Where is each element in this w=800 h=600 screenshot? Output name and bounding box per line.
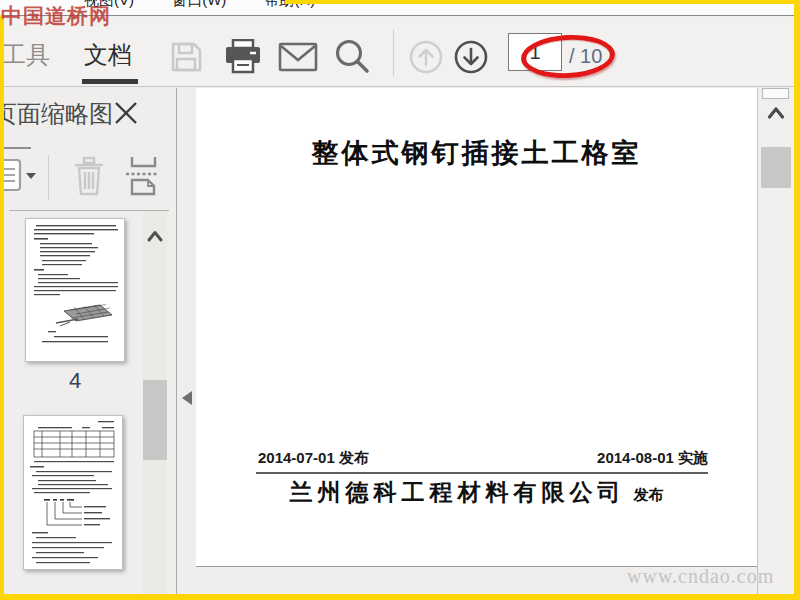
- company-row: 兰州德科工程材料有限公司 发布: [196, 477, 757, 508]
- panel-divider: [0, 147, 31, 149]
- scrollbar-thumb[interactable]: [761, 147, 791, 188]
- thumbnail-page-4[interactable]: [25, 218, 125, 362]
- page-down-icon[interactable]: [453, 39, 489, 75]
- thumbnail-scrollbar-thumb[interactable]: [143, 380, 167, 460]
- document-page[interactable]: 整体式钢钉插接土工格室 2014-07-01 发布 2014-08-01 实施 …: [196, 88, 757, 567]
- frame-border-bottom: [0, 594, 800, 600]
- scrollbar-top-box: [762, 88, 789, 99]
- implement-date: 2014-08-01 实施: [597, 449, 708, 468]
- thumbnail-page-number[interactable]: 4: [25, 368, 125, 394]
- release-date: 2014-07-01 发布: [258, 449, 369, 468]
- delete-page-icon[interactable]: [72, 156, 106, 198]
- toolbar-separator: [393, 29, 394, 76]
- print-icon[interactable]: [223, 39, 263, 75]
- active-tab-indicator: [82, 79, 138, 84]
- scroll-up-icon[interactable]: [766, 104, 786, 121]
- page-up-icon[interactable]: [408, 39, 444, 75]
- frame-border-left: [0, 15, 4, 594]
- pdf-viewer-window: 视图(V) 窗口(W) 帮助(H) 中国道桥网 工具 文档: [0, 0, 800, 600]
- panel-gutter: [177, 88, 196, 594]
- close-icon[interactable]: [112, 99, 140, 127]
- menu-item-window[interactable]: 窗口(W): [172, 0, 226, 8]
- document-title: 整体式钢钉插接土工格室: [196, 135, 757, 171]
- email-icon[interactable]: [278, 42, 318, 72]
- company-name: 兰州德科工程材料有限公司: [290, 477, 626, 508]
- save-icon[interactable]: [168, 39, 204, 75]
- frame-border-right: [794, 0, 800, 600]
- horizontal-rule: [256, 472, 708, 474]
- page-number-input[interactable]: [508, 33, 562, 71]
- tab-tools[interactable]: 工具: [2, 39, 50, 71]
- thumbnails-panel: 页面缩略图: [4, 88, 176, 594]
- frame-border-top: [285, 0, 794, 4]
- stamp-watermark: 中国道桥网: [1, 2, 111, 30]
- tab-document[interactable]: 文档: [84, 39, 132, 71]
- search-icon[interactable]: [333, 38, 371, 76]
- company-action: 发布: [634, 486, 664, 505]
- page-total-label: / 10: [569, 45, 602, 68]
- collapse-panel-icon[interactable]: [182, 391, 192, 405]
- vertical-scrollbar[interactable]: [757, 88, 794, 594]
- panel-toolbar-separator: [48, 155, 49, 200]
- extract-page-icon[interactable]: [124, 155, 162, 197]
- scroll-up-icon[interactable]: [146, 228, 164, 244]
- document-view: 整体式钢钉插接土工格室 2014-07-01 发布 2014-08-01 实施 …: [196, 88, 757, 594]
- panel-title: 页面缩略图: [0, 98, 113, 130]
- thumbnail-page-5[interactable]: [23, 415, 123, 570]
- page-options-icon[interactable]: [0, 156, 39, 196]
- toolbar: 工具 文档: [4, 17, 794, 87]
- site-watermark: www.cndao.com: [627, 565, 774, 588]
